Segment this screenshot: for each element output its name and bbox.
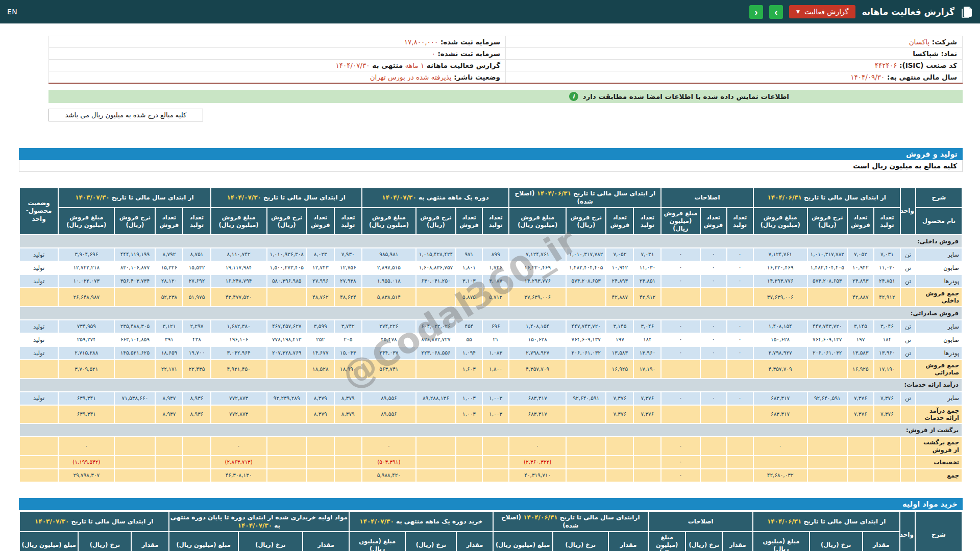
table-cell: تولید <box>20 347 58 359</box>
header-cell: مبلغ (میلیون ریال) <box>20 532 78 551</box>
section-row: فروش صادراتی: <box>20 307 962 319</box>
header-cell: نرخ (ریال) <box>553 532 608 551</box>
header-cell: تعداد تولید <box>634 208 660 234</box>
report-icon <box>961 6 973 18</box>
table-cell: ۹۲,۲۳۹,۲۸۹ <box>267 392 306 405</box>
data-row: صابونتن۱۱,۰۳۰۱۰,۹۴۲۱,۴۸۲,۴۰۴,۴۰۵۱۶,۲۲۰,۴… <box>20 262 962 274</box>
table-cell: ۷,۹۳۰ <box>335 248 361 261</box>
table-cell <box>606 437 633 455</box>
table-cell: ۰ <box>662 334 699 346</box>
table-cell: ۰ <box>701 262 726 274</box>
company-info-row: کد صنعت (ISIC): ۴۴۲۴۰۶گزارش فعالیت ماهان… <box>49 60 963 71</box>
table-cell: جمع درآمد ارائه خدمات <box>916 406 962 423</box>
table-cell: جمع برگشت از فروش <box>916 437 962 455</box>
header-cell: واحد <box>901 188 915 234</box>
table-cell: ۷,۳۷۶ <box>848 406 873 423</box>
table-cell: ۴۲,۹۱۲ <box>634 288 660 306</box>
table-cell: ۶۸۳,۳۱۷ <box>754 392 807 405</box>
table-cell: ۱,۰۱۰,۹۳۶,۳۰۸ <box>267 248 306 261</box>
table-cell: ۴۶۷,۴۵۷,۶۲۷ <box>267 320 306 333</box>
table-cell <box>115 360 155 378</box>
table-cell <box>115 437 155 455</box>
previous-report-button[interactable]: ‹ <box>749 5 763 19</box>
table-cell: ۳,۷۰۹,۵۲۱ <box>59 360 114 378</box>
header-cell: تعداد تولید <box>727 208 753 234</box>
table-cell: ۱۵,۳۲۶ <box>156 262 182 274</box>
table-cell: ۷,۳۷۶ <box>874 406 900 423</box>
table-cell: ۵,۸۳۸,۵۱۴ <box>362 288 415 306</box>
table-cell <box>156 437 182 455</box>
info-label: سال مالی منتهی به: <box>885 73 957 81</box>
table-cell <box>567 437 605 455</box>
table-cell: ۷۷۲,۸۷۳ <box>211 406 266 423</box>
company-info-cell: سرمایه ثبت شده: ۱۷,۸۰۰,۰۰۰ <box>49 36 506 48</box>
header-cell: از ابتدای سال مالی تا تاریخ ۱۴۰۴/۰۷/۳۰ <box>211 188 361 207</box>
table-cell: برگشت از فروش: <box>20 424 962 436</box>
table-cell <box>754 456 807 468</box>
table-cell <box>267 288 306 306</box>
table-cell: ۱,۰۱۰,۳۱۷,۷۸۲ <box>567 248 605 261</box>
total-row: جمع درآمد ارائه خدمات۷,۳۷۶۷,۳۷۶۶۸۳,۳۱۷۷,… <box>20 406 962 423</box>
next-report-button[interactable]: › <box>769 5 783 19</box>
info-value[interactable]: شپاکسا <box>913 49 939 58</box>
table-cell: ۷,۳۷۶ <box>848 392 873 405</box>
company-info-row: نماد: شپاکساسرمایه ثبت نشده: ۰ <box>49 48 963 60</box>
header-cell: اصلاحات <box>649 512 752 531</box>
language-toggle[interactable]: EN <box>7 8 17 16</box>
table-cell: ۳۹۱ <box>156 334 182 346</box>
table-cell: ۵۲,۲۳۸ <box>156 288 182 306</box>
table-cell: ۱۲,۷۴۳ <box>307 262 334 274</box>
table-cell <box>567 288 605 306</box>
header-cell: مقدار <box>303 532 349 551</box>
table-cell <box>874 437 900 455</box>
table-cell: ۷۳۴,۹۵۹ <box>59 320 114 333</box>
table-cell <box>183 469 210 482</box>
table-cell: ۱,۰۱۵,۴۲۸,۴۲۴ <box>416 248 455 261</box>
table-cell: ۰ <box>662 456 699 468</box>
table-cell: ۲۱ <box>483 334 508 346</box>
table-cell: ۱۴,۲۹۳,۷۷۶ <box>509 275 566 287</box>
table-cell: ۸,۹۳۶ <box>183 406 210 423</box>
report-type-dropdown[interactable]: گزارش فعالیت ▼ <box>789 5 855 18</box>
table-cell: ۸۲۶,۸۷۲,۷۲۷ <box>416 334 455 346</box>
table-cell <box>808 469 847 482</box>
table-cell: ۳,۷۴۲ <box>335 320 361 333</box>
table-cell: ۱۳,۹۶۰ <box>874 347 900 359</box>
table-cell: تن <box>901 334 915 346</box>
table-cell: ۱,۴۰۸,۱۵۴ <box>754 320 807 333</box>
production-sales-table: شرحواحداز ابتدای سال مالی تا تاریخ ۱۴۰۴/… <box>19 187 963 483</box>
table-cell: ۱,۶۰۳ <box>456 360 482 378</box>
header-cell: مبلغ فروش (میلیون ریال) <box>509 208 566 234</box>
table-cell: ۲۴,۸۹۳ <box>848 275 873 287</box>
table-cell: ۲۵۲ <box>307 334 334 346</box>
table-cell: جمع فروش داخلی <box>916 288 962 306</box>
header-cell: خرید دوره یک ماهه منتهی به ۱۴۰۴/۰۷/۳۰ <box>350 512 492 531</box>
info-value: ۱۴۰۴/۰۹/۳۰ <box>850 73 885 81</box>
header-cell: از ابتدای سال مالی تا تاریخ ۱۴۰۳/۰۷/۳۰ <box>59 188 210 207</box>
table-cell: ۴۲,۹۱۲ <box>874 288 900 306</box>
table-cell: ۲۲,۴۳۵ <box>183 360 210 378</box>
data-row: سایرتن۷,۰۳۱۷,۰۵۲۱,۰۱۰,۳۱۷,۷۸۲۷,۱۲۴,۷۶۱۰۰… <box>20 248 962 261</box>
info-value[interactable]: پاکسان <box>909 38 929 46</box>
total-row: جمع برگشت از فروش۰۰۰۰۰۰ <box>20 437 962 455</box>
section-header-raw-materials: خرید مواد اولیه <box>19 498 963 510</box>
table-cell: سایر <box>916 320 962 333</box>
header-cell: نرخ (ریال) <box>686 532 722 551</box>
header-cell: تعداد فروش <box>456 208 482 234</box>
table-cell <box>901 437 915 455</box>
table-cell: پودرها <box>916 347 962 359</box>
table-cell <box>808 288 847 306</box>
table-cell: ۱۰,۰۲۲,۰۷۳ <box>59 275 114 287</box>
table-cell: درآمد ارائه خدمات: <box>20 379 962 391</box>
table-cell: تن <box>901 275 915 287</box>
table-cell <box>335 456 361 468</box>
header-cell: نرخ فروش (ریال) <box>416 208 455 234</box>
table-cell: تولید <box>20 262 58 274</box>
table-cell: ۱۲,۷۵۶ <box>335 262 361 274</box>
table-cell: ۰ <box>701 347 726 359</box>
table-cell: ۷,۰۵۲ <box>848 248 873 261</box>
table-cell <box>416 288 455 306</box>
header-cell: تعداد فروش <box>606 208 633 234</box>
table-cell: ۰ <box>727 248 753 261</box>
table-cell: ۱,۶۰۸,۸۳۶,۷۵۷ <box>416 262 455 274</box>
